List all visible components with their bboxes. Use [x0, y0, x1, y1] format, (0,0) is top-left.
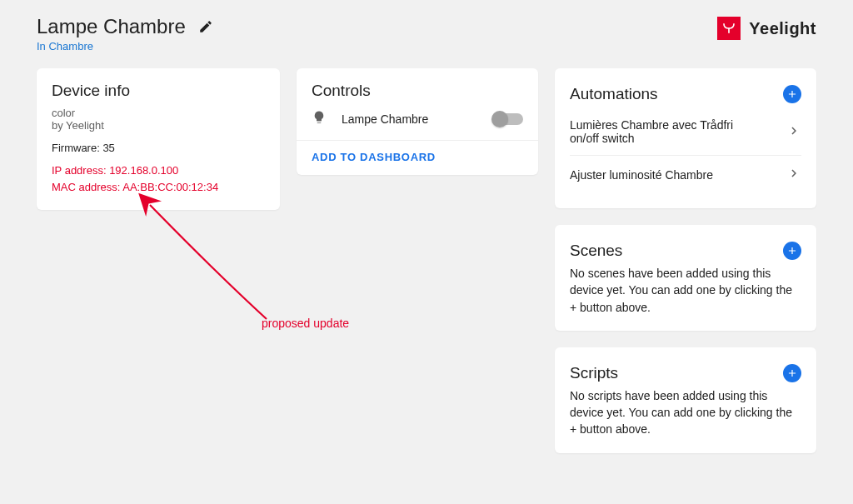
automation-item[interactable]: Lumières Chambre avec Trådfri on/off swi… — [570, 108, 801, 155]
location-link[interactable]: In Chambre — [37, 40, 93, 52]
automations-card: Automations Lumières Chambre avec Trådfr… — [555, 68, 816, 208]
automation-label: Ajuster luminosité Chambre — [570, 168, 713, 182]
content-columns: Device info color by Yeelight Firmware: … — [37, 68, 816, 453]
add-scene-button[interactable] — [783, 242, 801, 260]
brand-name: Yeelight — [749, 19, 816, 38]
automation-item[interactable]: Ajuster luminosité Chambre — [570, 155, 801, 193]
middle-column: Controls Lampe Chambre ADD TO DASHBOARD — [297, 68, 538, 175]
location-room: Chambre — [48, 40, 92, 52]
plus-icon — [786, 88, 798, 100]
edit-name-button[interactable] — [194, 15, 217, 38]
page-header: Lampe Chambre In Chambre Yeelight — [37, 15, 816, 53]
device-mac: MAC address: AA:BB:CC:00:12:34 — [52, 179, 265, 196]
right-column: Automations Lumières Chambre avec Trådfr… — [555, 68, 816, 453]
automations-title: Automations — [570, 85, 658, 103]
device-info-card: Device info color by Yeelight Firmware: … — [37, 68, 280, 210]
device-info-title: Device info — [52, 82, 265, 100]
scripts-card: Scripts No scripts have been added using… — [555, 347, 816, 453]
controls-card: Controls Lampe Chambre ADD TO DASHBOARD — [297, 68, 538, 175]
add-automation-button[interactable] — [783, 85, 801, 103]
device-page: Lampe Chambre In Chambre Yeelight Device… — [0, 0, 853, 504]
plus-icon — [786, 367, 798, 379]
chevron-right-icon — [786, 123, 801, 141]
scenes-title: Scenes — [570, 242, 622, 260]
automation-label: Lumières Chambre avec Trådfri on/off swi… — [570, 118, 761, 145]
device-ip: IP address: 192.168.0.100 — [52, 162, 265, 179]
scenes-card: Scenes No scenes have been added using t… — [555, 225, 816, 331]
scenes-empty-text: No scenes have been added using this dev… — [570, 265, 801, 316]
pencil-icon — [198, 19, 213, 34]
device-title: Lampe Chambre — [37, 15, 186, 38]
device-firmware: Firmware: 35 — [52, 142, 265, 154]
brand-badge: Yeelight — [717, 17, 816, 40]
left-column: Device info color by Yeelight Firmware: … — [37, 68, 280, 210]
yeelight-logo-icon — [717, 17, 741, 40]
power-toggle[interactable] — [493, 113, 523, 125]
proposed-fields: IP address: 192.168.0.100 MAC address: A… — [52, 162, 265, 195]
control-entity-row[interactable]: Lampe Chambre — [312, 102, 523, 140]
chevron-right-icon — [786, 166, 801, 183]
add-script-button[interactable] — [783, 364, 801, 382]
controls-title: Controls — [312, 82, 523, 100]
add-to-dashboard-button[interactable]: ADD TO DASHBOARD — [297, 140, 538, 163]
scripts-empty-text: No scripts have been added using this de… — [570, 387, 801, 438]
title-row: Lampe Chambre — [37, 15, 217, 38]
scripts-title: Scripts — [570, 364, 618, 382]
lightbulb-icon — [312, 110, 327, 128]
device-model: color — [52, 107, 265, 119]
control-entity-name: Lampe Chambre — [342, 112, 428, 126]
plus-icon — [786, 245, 798, 257]
device-manufacturer: by Yeelight — [52, 119, 265, 132]
title-block: Lampe Chambre In Chambre — [37, 15, 217, 53]
location-prefix: In — [37, 40, 48, 52]
